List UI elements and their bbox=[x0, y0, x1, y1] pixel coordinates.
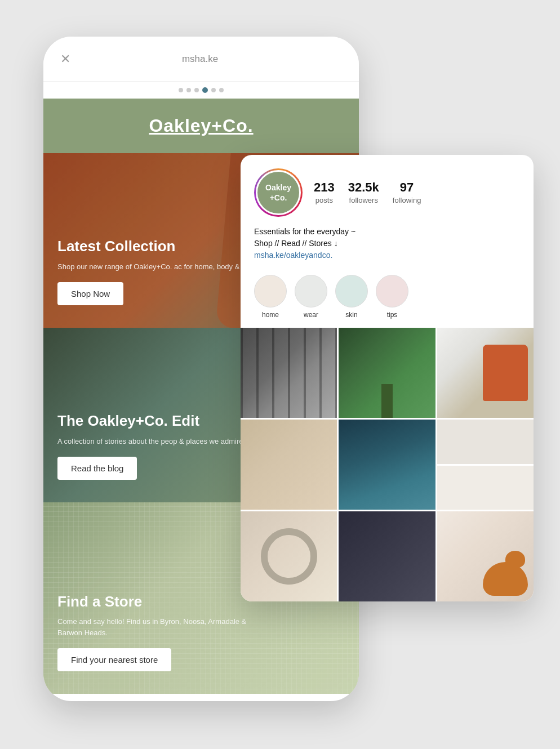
blog-desc: A collection of stories about the peop &… bbox=[57, 436, 269, 447]
collection-desc: Shop our new range of Oakley+Co. ac for … bbox=[57, 261, 269, 273]
highlight-circle-home bbox=[254, 275, 287, 307]
brand-title: Oakley+Co. bbox=[55, 115, 348, 136]
grid-item-3[interactable] bbox=[437, 328, 534, 418]
close-icon[interactable]: ✕ bbox=[60, 52, 70, 66]
grid-item-6a[interactable] bbox=[437, 420, 534, 464]
highlight-label-home: home bbox=[262, 311, 279, 319]
highlight-label-tips: tips bbox=[387, 311, 398, 319]
highlight-circle-wear bbox=[295, 275, 327, 307]
highlight-home[interactable]: home bbox=[254, 275, 287, 319]
collection-title: Latest Collection bbox=[57, 238, 269, 255]
scene: ✕ msha.ke Oakley+Co. Latest Collection S… bbox=[26, 20, 534, 729]
brand-header: Oakley+Co. bbox=[43, 99, 359, 153]
dot-6[interactable] bbox=[219, 88, 224, 92]
grid-item-1[interactable] bbox=[241, 328, 337, 418]
grid-item-6b[interactable] bbox=[437, 466, 534, 510]
highlight-circle-skin bbox=[335, 275, 368, 307]
instagram-panel: Oakley +Co. 213 posts 32.5k followers 97… bbox=[241, 155, 534, 601]
grid-item-5[interactable] bbox=[339, 420, 435, 510]
avatar-wrapper: Oakley +Co. bbox=[254, 168, 303, 217]
following-label: following bbox=[393, 196, 421, 204]
read-blog-button[interactable]: Read the blog bbox=[57, 457, 137, 480]
following-count: 97 bbox=[393, 180, 421, 195]
blog-content: The Oakley+Co. Edit A collection of stor… bbox=[57, 412, 269, 480]
store-title: Find a Store bbox=[57, 593, 269, 610]
ig-bio: Essentials for the everyday ~ Shop // Re… bbox=[241, 226, 534, 270]
ig-header: Oakley +Co. 213 posts 32.5k followers 97… bbox=[241, 155, 534, 226]
blog-title: The Oakley+Co. Edit bbox=[57, 412, 269, 430]
bag-shape bbox=[483, 345, 528, 401]
grid-item-2[interactable] bbox=[339, 328, 435, 418]
bio-line2: Shop // Read // Stores ↓ bbox=[254, 239, 338, 248]
pagination-dots bbox=[43, 87, 359, 93]
ig-highlights: home wear skin tips bbox=[241, 270, 534, 328]
phone-top-bar: ✕ msha.ke bbox=[43, 37, 359, 82]
ig-photo-grid bbox=[241, 328, 534, 601]
grid-item-4[interactable] bbox=[241, 420, 337, 510]
dot-1[interactable] bbox=[179, 88, 183, 92]
store-content: Find a Store Come and say hello! Find us… bbox=[57, 593, 269, 671]
ig-stat-followers: 32.5k followers bbox=[348, 180, 379, 205]
dot-5[interactable] bbox=[211, 88, 216, 92]
bio-text: Essentials for the everyday ~ Shop // Re… bbox=[254, 226, 520, 261]
bio-link[interactable]: msha.ke/oakleyandco. bbox=[254, 251, 332, 260]
followers-label: followers bbox=[349, 196, 378, 204]
grid-item-6[interactable] bbox=[437, 420, 534, 510]
dog-body bbox=[483, 562, 528, 596]
collection-content: Latest Collection Shop our new range of … bbox=[57, 238, 269, 305]
dog-head bbox=[505, 551, 525, 568]
posts-count: 213 bbox=[314, 180, 335, 195]
phone-url: msha.ke bbox=[182, 54, 218, 65]
ig-stats: 213 posts 32.5k followers 97 following bbox=[314, 180, 421, 205]
grid-item-7[interactable] bbox=[241, 511, 337, 601]
bio-line1: Essentials for the everyday ~ bbox=[254, 227, 355, 236]
dot-4-active[interactable] bbox=[202, 87, 208, 93]
followers-count: 32.5k bbox=[348, 180, 379, 195]
grid-item-9[interactable] bbox=[437, 511, 534, 601]
highlight-circle-tips bbox=[376, 275, 408, 307]
find-store-button[interactable]: Find your nearest store bbox=[57, 648, 171, 671]
ig-stat-following: 97 following bbox=[393, 180, 421, 205]
avatar: Oakley +Co. bbox=[256, 170, 301, 215]
highlight-tips[interactable]: tips bbox=[376, 275, 408, 319]
grid-item-8[interactable] bbox=[339, 511, 435, 601]
highlight-wear[interactable]: wear bbox=[295, 275, 327, 319]
dot-3[interactable] bbox=[194, 88, 199, 92]
ig-stat-posts: 213 posts bbox=[314, 180, 335, 205]
bowl-shape bbox=[261, 528, 317, 585]
dot-2[interactable] bbox=[186, 88, 191, 92]
highlight-label-wear: wear bbox=[304, 311, 318, 319]
highlight-label-skin: skin bbox=[345, 311, 357, 319]
highlight-skin[interactable]: skin bbox=[335, 275, 368, 319]
store-desc: Come and say hello! Find us in Byron, No… bbox=[57, 616, 269, 638]
shop-now-button[interactable]: Shop Now bbox=[57, 282, 123, 305]
posts-label: posts bbox=[315, 196, 333, 204]
